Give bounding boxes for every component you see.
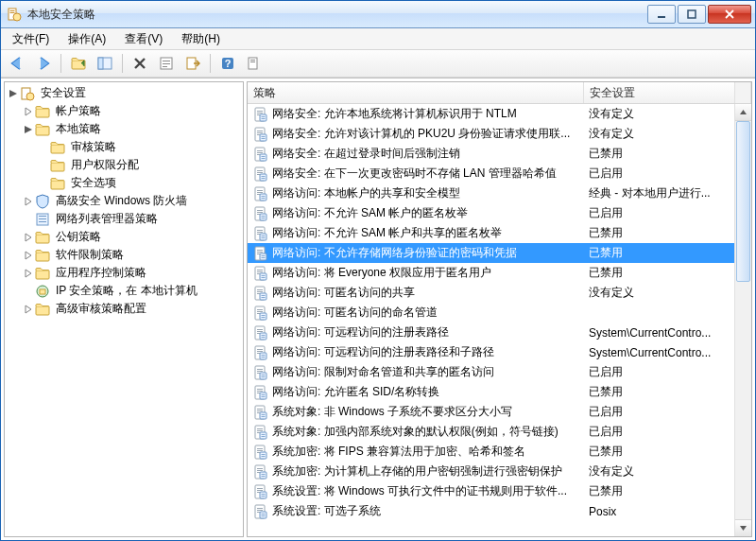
list-row[interactable]: 网络访问: 不允许 SAM 帐户和共享的匿名枚举已禁用 xyxy=(248,223,734,243)
tree-ip-security[interactable]: IP 安全策略，在 本地计算机 xyxy=(5,282,243,300)
tree-item-label: 帐户策略 xyxy=(54,103,103,119)
back-button[interactable] xyxy=(5,51,29,76)
policy-name: 网络安全: 允许对该计算机的 PKU2U 身份验证请求使用联... xyxy=(272,126,570,142)
list-row[interactable]: 网络访问: 可远程访问的注册表路径和子路径System\CurrentContr… xyxy=(248,342,734,362)
help-button[interactable] xyxy=(242,51,266,76)
menu-action[interactable]: 操作(A) xyxy=(60,30,113,48)
column-setting[interactable]: 安全设置 xyxy=(584,82,735,103)
tree-software-restriction[interactable]: 软件限制策略 xyxy=(5,246,243,264)
show-hide-tree-button[interactable] xyxy=(93,51,117,76)
policy-icon xyxy=(253,166,268,182)
list-row[interactable]: 系统加密: 为计算机上存储的用户密钥强制进行强密钥保护没有定义 xyxy=(248,462,734,481)
expander-spacer xyxy=(37,141,50,154)
tree-user-rights[interactable]: 用户权限分配 xyxy=(5,156,243,174)
menu-action-label: 操作(A) xyxy=(68,32,106,45)
tree-audit-policy[interactable]: 审核策略 xyxy=(5,138,243,156)
list-row[interactable]: 网络安全: 允许对该计算机的 PKU2U 身份验证请求使用联...没有定义 xyxy=(248,124,734,144)
menu-help[interactable]: 帮助(H) xyxy=(174,30,228,48)
policy-icon xyxy=(253,246,268,261)
scroll-track[interactable] xyxy=(735,121,751,519)
forward-button[interactable] xyxy=(31,51,56,76)
tree-item-label: 本地策略 xyxy=(54,121,103,137)
folder-icon xyxy=(35,212,50,227)
tree-root[interactable]: 安全设置 xyxy=(5,84,243,102)
folder-icon xyxy=(50,176,65,191)
scroll-down-button[interactable] xyxy=(735,519,751,536)
tree-network-list[interactable]: 网络列表管理器策略 xyxy=(5,210,243,228)
tree-item-label: 公钥策略 xyxy=(54,229,103,245)
tree-advanced-audit[interactable]: 高级审核策略配置 xyxy=(5,300,243,318)
expander-icon[interactable] xyxy=(22,231,35,244)
scroll-thumb[interactable] xyxy=(736,121,750,282)
list-row[interactable]: 网络安全: 在下一次更改密码时不存储 LAN 管理器哈希值已启用 xyxy=(248,164,734,183)
list-row[interactable]: 系统对象: 非 Windows 子系统不要求区分大小写已启用 xyxy=(248,402,734,422)
tree-account-policy[interactable]: 帐户策略 xyxy=(5,102,243,120)
menu-file-label: 文件(F) xyxy=(12,32,49,45)
policy-name: 网络访问: 本地帐户的共享和安全模型 xyxy=(272,185,460,201)
policy-icon xyxy=(253,345,268,360)
tree-local-policy[interactable]: 本地策略 xyxy=(5,120,243,138)
maximize-button[interactable] xyxy=(678,5,706,24)
list-row[interactable]: 网络安全: 允许本地系统将计算机标识用于 NTLM没有定义 xyxy=(248,104,734,124)
expander-icon[interactable] xyxy=(22,267,35,280)
delete-button[interactable] xyxy=(128,51,152,76)
expander-icon[interactable] xyxy=(22,195,35,208)
policy-name: 系统对象: 加强内部系统对象的默认权限(例如，符号链接) xyxy=(272,424,558,440)
expander-icon[interactable] xyxy=(22,249,35,262)
svg-rect-31 xyxy=(39,221,46,222)
ipsec-icon xyxy=(35,284,50,299)
expander-icon[interactable] xyxy=(7,87,20,100)
policy-setting: 已禁用 xyxy=(583,146,734,162)
export-button[interactable] xyxy=(180,51,205,76)
expander-icon[interactable] xyxy=(22,303,35,316)
policy-name: 网络访问: 不允许存储网络身份验证的密码和凭据 xyxy=(272,245,517,261)
svg-rect-29 xyxy=(39,216,46,217)
client-area: 安全设置 帐户策略 本地策略 审核策略 xyxy=(1,78,755,540)
menu-view[interactable]: 查看(V) xyxy=(117,30,170,48)
tree-security-options[interactable]: 安全选项 xyxy=(5,174,243,192)
policy-name: 网络安全: 在下一次更改密码时不存储 LAN 管理器哈希值 xyxy=(272,166,557,182)
policy-icon xyxy=(253,266,268,281)
column-policy[interactable]: 策略 xyxy=(248,82,584,103)
tree-app-control[interactable]: 应用程序控制策略 xyxy=(5,264,243,282)
list-row[interactable]: 网络访问: 可匿名访问的命名管道 xyxy=(248,303,734,323)
menu-file[interactable]: 文件(F) xyxy=(5,30,57,48)
menu-view-label: 查看(V) xyxy=(125,32,163,45)
list-row[interactable]: 网络访问: 允许匿名 SID/名称转换已禁用 xyxy=(248,382,734,402)
list-row[interactable]: 网络访问: 可匿名访问的共享没有定义 xyxy=(248,283,734,303)
refresh-button[interactable]: ? xyxy=(215,51,240,76)
titlebar[interactable]: 本地安全策略 xyxy=(1,1,755,28)
expander-icon[interactable] xyxy=(22,105,35,118)
tree-pane: 安全设置 帐户策略 本地策略 审核策略 xyxy=(4,81,244,537)
list-body[interactable]: 网络安全: 允许本地系统将计算机标识用于 NTLM没有定义网络安全: 允许对该计… xyxy=(248,104,734,536)
list-row[interactable]: 网络访问: 限制对命名管道和共享的匿名访问已启用 xyxy=(248,362,734,382)
tree-firewall[interactable]: 高级安全 Windows 防火墙 xyxy=(5,192,243,210)
vertical-scrollbar[interactable] xyxy=(734,104,751,536)
list-row[interactable]: 网络访问: 本地帐户的共享和安全模型经典 - 对本地用户进行... xyxy=(248,183,734,203)
list-row[interactable]: 网络访问: 不允许 SAM 帐户的匿名枚举已启用 xyxy=(248,203,734,223)
list-row[interactable]: 系统设置: 可选子系统Posix xyxy=(248,501,734,521)
folder-icon xyxy=(35,302,50,317)
up-button[interactable] xyxy=(66,51,91,76)
tree[interactable]: 安全设置 帐户策略 本地策略 审核策略 xyxy=(5,82,243,536)
list-row[interactable]: 系统设置: 将 Windows 可执行文件中的证书规则用于软件...已禁用 xyxy=(248,481,734,501)
list-row[interactable]: 系统加密: 将 FIPS 兼容算法用于加密、哈希和签名已禁用 xyxy=(248,442,734,462)
minimize-button[interactable] xyxy=(647,5,676,24)
tree-item-label: 高级安全 Windows 防火墙 xyxy=(54,193,189,209)
folder-icon xyxy=(50,140,65,155)
list-row[interactable]: 网络访问: 不允许存储网络身份验证的密码和凭据已禁用 xyxy=(248,243,734,263)
policy-icon xyxy=(253,504,268,519)
properties-button[interactable] xyxy=(154,51,179,76)
expander-spacer xyxy=(22,213,35,226)
tree-root-label: 安全设置 xyxy=(39,85,88,101)
app-icon xyxy=(7,7,22,22)
close-button[interactable] xyxy=(708,5,751,24)
expander-icon[interactable] xyxy=(22,123,35,136)
list-row[interactable]: 网络访问: 可远程访问的注册表路径System\CurrentContro... xyxy=(248,323,734,342)
list-row[interactable]: 网络安全: 在超过登录时间后强制注销已禁用 xyxy=(248,144,734,164)
scroll-up-button[interactable] xyxy=(735,104,751,121)
expander-spacer xyxy=(22,285,35,298)
list-row[interactable]: 系统对象: 加强内部系统对象的默认权限(例如，符号链接)已启用 xyxy=(248,422,734,442)
tree-public-key[interactable]: 公钥策略 xyxy=(5,228,243,246)
list-row[interactable]: 网络访问: 将 Everyone 权限应用于匿名用户已禁用 xyxy=(248,263,734,283)
